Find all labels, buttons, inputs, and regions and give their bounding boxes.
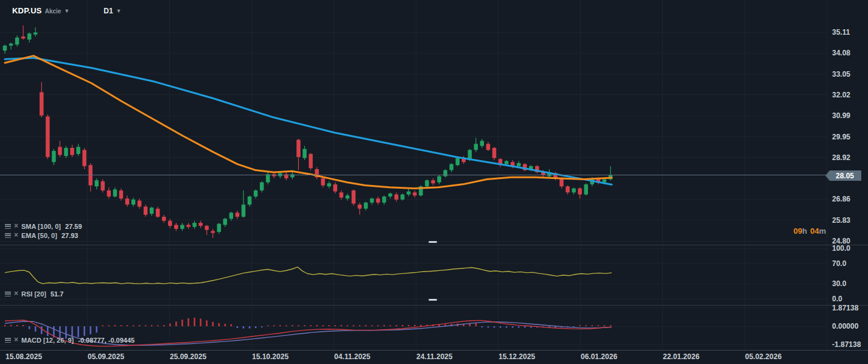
- macd-value: -0.08777, -0.09445: [78, 337, 135, 344]
- timeframe-selector[interactable]: D1 ▼: [103, 7, 121, 15]
- indicator-remove-icon[interactable]: ×: [14, 223, 18, 228]
- price-chart-canvas[interactable]: 35.1134.0833.0532.0230.9929.9528.9226.86…: [0, 0, 868, 364]
- axis-label: 25.83: [832, 216, 850, 225]
- pane-resize-handle[interactable]: [429, 241, 437, 243]
- pane-resize-handle[interactable]: [429, 299, 437, 301]
- chevron-down-icon: ▼: [116, 8, 122, 14]
- indicator-legend-ema: × EMA [50, 0] 27.93: [5, 232, 78, 239]
- axis-label: 24.11.2025: [416, 352, 453, 361]
- symbol-label: KDP.US: [12, 6, 42, 15]
- axis-label: 30.99: [832, 111, 850, 120]
- countdown-minutes: 04: [810, 226, 819, 236]
- axis-label: 1.87138: [832, 304, 859, 312]
- indicator-remove-icon[interactable]: ×: [14, 233, 18, 237]
- rsi-label: RSI [20]: [21, 290, 46, 298]
- indicator-remove-icon[interactable]: ×: [14, 337, 18, 342]
- axis-label: 30.0: [832, 279, 847, 288]
- axis-label: 04.11.2025: [334, 352, 371, 361]
- candle-countdown-timer: 09h04m: [794, 226, 826, 236]
- axis-label: 29.95: [832, 133, 850, 141]
- market-type-label: Akcie: [45, 8, 61, 15]
- axis-label: 28.92: [832, 153, 850, 162]
- axis-label: 33.05: [832, 70, 850, 79]
- indicator-legend-rsi: × RSI [20] 51.7: [5, 290, 63, 298]
- axis-label: 70.0: [832, 259, 847, 268]
- current-price-value: 28.05: [836, 172, 854, 180]
- axis-label: 100.0: [832, 244, 850, 253]
- indicator-properties-icon[interactable]: [5, 338, 11, 343]
- indicator-legend-sma: × SMA [100, 0] 27.59: [5, 223, 82, 230]
- axis-label: -1.87138: [832, 340, 861, 349]
- axis-label: 26.86: [832, 195, 850, 203]
- axis-label: 22.01.2026: [663, 352, 699, 361]
- axis-label: 15.08.2025: [5, 352, 42, 361]
- axis-label: 35.11: [832, 28, 850, 37]
- rsi-value: 51.7: [51, 290, 63, 298]
- axis-label: 15.10.2025: [252, 352, 289, 361]
- axis-label: 0.00000: [832, 322, 859, 331]
- axis-label: 34.08: [832, 49, 850, 57]
- trading-app: 35.1134.0833.0532.0230.9929.9528.9226.86…: [0, 0, 868, 364]
- chart-header: KDP.US Akcie ▼ D1 ▼: [12, 6, 122, 15]
- macd-label: MACD [12, 26, 9]: [21, 337, 74, 344]
- indicator-remove-icon[interactable]: ×: [14, 291, 18, 296]
- indicator-properties-icon[interactable]: [5, 224, 11, 229]
- indicator-legend-macd: × MACD [12, 26, 9] -0.08777, -0.09445: [5, 337, 135, 344]
- countdown-hours: 09: [794, 226, 802, 236]
- axis-label: 25.09.2025: [170, 352, 206, 361]
- axis-label: 32.02: [832, 91, 850, 99]
- timeframe-label: D1: [103, 7, 113, 15]
- axis-label: 06.01.2026: [581, 352, 617, 361]
- ema-value: 27.93: [61, 232, 79, 239]
- axis-label: 05.09.2025: [88, 352, 124, 361]
- axis-label: 15.12.2025: [499, 352, 535, 361]
- symbol-selector[interactable]: KDP.US Akcie ▼: [12, 6, 69, 15]
- axis-label: 05.02.2026: [745, 352, 782, 361]
- axis-label: 0.0: [832, 295, 842, 303]
- chevron-down-icon: ▼: [64, 8, 69, 14]
- indicator-properties-icon[interactable]: [5, 233, 11, 238]
- indicator-properties-icon[interactable]: [5, 292, 11, 296]
- current-price-tag: 28.05: [825, 170, 861, 181]
- ema-label: EMA [50, 0]: [21, 232, 57, 239]
- sma-value: 27.59: [65, 223, 82, 230]
- sma-label: SMA [100, 0]: [21, 223, 61, 230]
